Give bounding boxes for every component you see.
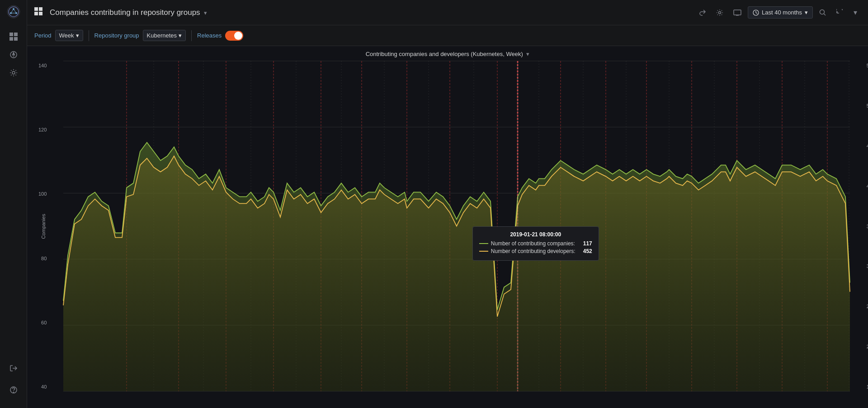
settings-button[interactable] xyxy=(712,7,727,18)
svg-rect-21 xyxy=(39,12,42,15)
svg-point-0 xyxy=(7,5,20,18)
chart-title[interactable]: Contributing companies and developers (K… xyxy=(27,51,868,57)
title-chevron: ▾ xyxy=(204,9,207,16)
time-range-chevron: ▾ xyxy=(805,9,808,16)
sidebar-item-compass[interactable] xyxy=(6,47,21,62)
sidebar-item-grid[interactable] xyxy=(6,29,21,44)
week-chevron: ▾ xyxy=(76,32,79,39)
kubernetes-selector[interactable]: Kubernetes ▾ xyxy=(143,30,186,41)
y-axis-left-label: Companies xyxy=(41,214,46,239)
kubernetes-label: Kubernetes xyxy=(147,32,177,39)
toolbar-divider-1 xyxy=(89,30,89,41)
topbar-grid-icon xyxy=(34,7,42,18)
toolbar-divider-2 xyxy=(191,30,192,41)
chart-svg xyxy=(63,61,850,391)
svg-point-25 xyxy=(820,9,825,14)
y-axis-right: 550 500 450 400 350 300 250 200 150 xyxy=(867,61,868,391)
sidebar-item-settings[interactable] xyxy=(6,66,21,80)
svg-rect-19 xyxy=(39,7,42,11)
chart-container: Contributing companies and developers (K… xyxy=(27,46,868,408)
topbar: Companies contributing in repository gro… xyxy=(27,0,868,25)
releases-toggle[interactable] xyxy=(225,31,243,41)
week-selector[interactable]: Week ▾ xyxy=(55,30,83,41)
svg-point-15 xyxy=(12,71,15,74)
chart-title-chevron: ▾ xyxy=(526,51,529,57)
svg-point-17 xyxy=(13,392,14,393)
svg-point-22 xyxy=(719,11,721,14)
page-title[interactable]: Companies contributing in repository gro… xyxy=(50,8,691,17)
sidebar-logo[interactable] xyxy=(6,5,21,20)
sidebar xyxy=(0,0,27,408)
main-area: Companies contributing in repository gro… xyxy=(27,0,868,408)
chart-title-text: Contributing companies and developers (K… xyxy=(366,51,523,57)
svg-marker-14 xyxy=(13,55,14,57)
more-button[interactable]: ▾ xyxy=(850,6,861,19)
svg-rect-8 xyxy=(9,33,13,36)
time-range-label: Last 40 months xyxy=(762,9,802,16)
svg-marker-13 xyxy=(13,52,14,55)
svg-rect-20 xyxy=(34,12,38,15)
search-button[interactable] xyxy=(816,7,830,18)
week-label: Week xyxy=(59,32,74,39)
refresh-button[interactable] xyxy=(833,7,847,18)
toggle-thumb xyxy=(234,32,242,40)
svg-rect-10 xyxy=(9,37,13,41)
svg-rect-23 xyxy=(734,10,741,15)
svg-rect-18 xyxy=(34,7,38,11)
repo-group-label: Repository group xyxy=(94,32,139,39)
sidebar-item-signin[interactable] xyxy=(6,361,21,375)
title-text: Companies contributing in repository gro… xyxy=(50,8,200,17)
share-button[interactable] xyxy=(695,7,710,18)
svg-rect-11 xyxy=(14,37,18,41)
releases-toggle-wrapper xyxy=(225,31,243,41)
sidebar-item-help[interactable] xyxy=(6,383,21,397)
kubernetes-chevron: ▾ xyxy=(179,32,182,39)
topbar-actions: Last 40 months ▾ ▾ xyxy=(695,6,861,19)
releases-label: Releases xyxy=(197,32,222,39)
toolbar: Period Week ▾ Repository group Kubernete… xyxy=(27,25,868,46)
svg-rect-9 xyxy=(14,33,18,36)
sidebar-bottom xyxy=(6,359,21,403)
period-label: Period xyxy=(34,32,52,39)
display-button[interactable] xyxy=(730,8,745,18)
time-range-button[interactable]: Last 40 months ▾ xyxy=(748,6,813,19)
